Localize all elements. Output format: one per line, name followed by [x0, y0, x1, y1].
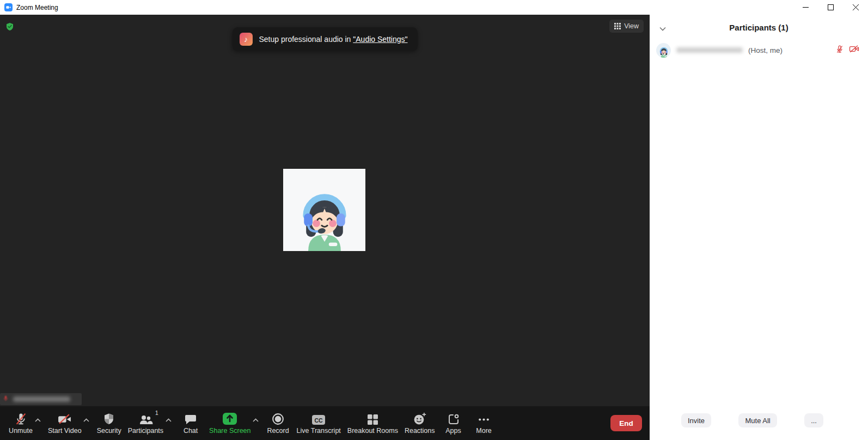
breakout-rooms-button[interactable]: Breakout Rooms	[347, 412, 398, 435]
host-suffix-label: (Host, me)	[748, 46, 783, 54]
cc-icon: CC	[311, 412, 326, 426]
microphone-muted-red-icon	[2, 394, 9, 404]
start-video-button[interactable]: Start Video	[48, 412, 82, 435]
apps-button[interactable]: Apps	[442, 412, 466, 435]
camera-off-icon	[57, 412, 72, 426]
view-button-label: View	[624, 22, 639, 30]
participant-avatar	[656, 43, 671, 58]
apps-label: Apps	[445, 427, 461, 435]
zoom-app-icon	[4, 3, 13, 11]
reactions-button[interactable]: Reactions	[405, 412, 435, 435]
chevron-up-icon[interactable]	[163, 409, 173, 431]
live-transcript-label: Live Transcript	[297, 427, 341, 435]
zoom-meeting-window: Zoom Meeting	[0, 0, 868, 440]
mute-all-button[interactable]: Mute All	[738, 413, 777, 427]
more-button[interactable]: More	[472, 412, 496, 435]
chevron-down-icon[interactable]	[659, 23, 666, 33]
participants-count-badge: 1	[155, 410, 158, 416]
meeting-toolbar: Unmute Start Video	[0, 406, 650, 440]
reactions-label: Reactions	[405, 427, 435, 435]
participants-panel-footer: Invite Mute All ...	[650, 413, 868, 440]
participants-button[interactable]: 1 Participants	[128, 412, 163, 435]
window-title: Zoom Meeting	[16, 4, 58, 11]
maximize-icon[interactable]	[818, 0, 843, 15]
share-screen-label: Share Screen	[209, 427, 250, 435]
chat-label: Chat	[184, 427, 198, 435]
apps-icon	[447, 412, 460, 426]
chat-bubble-icon	[184, 412, 197, 426]
close-icon[interactable]	[843, 0, 868, 15]
record-icon	[271, 412, 285, 426]
smiley-plus-icon	[413, 412, 426, 426]
redacted-participant-name	[676, 47, 743, 53]
start-video-label: Start Video	[48, 427, 82, 435]
participants-list-area	[650, 60, 868, 413]
minimize-icon[interactable]	[793, 0, 818, 15]
participants-panel-header: Participants (1)	[650, 15, 868, 40]
invite-button[interactable]: Invite	[681, 413, 711, 427]
live-transcript-button[interactable]: CC Live Transcript	[297, 412, 341, 435]
record-label: Record	[267, 427, 289, 435]
chevron-up-icon[interactable]	[82, 409, 91, 431]
more-label: More	[476, 427, 491, 435]
participants-label: Participants	[128, 427, 163, 435]
unmute-label: Unmute	[9, 427, 33, 435]
panel-more-button[interactable]: ...	[804, 413, 823, 427]
microphone-muted-red-icon	[835, 45, 844, 56]
grid-2x2-icon	[366, 412, 379, 426]
breakout-rooms-label: Breakout Rooms	[347, 427, 398, 435]
svg-text:CC: CC	[315, 417, 323, 424]
unmute-button[interactable]: Unmute	[9, 412, 33, 435]
audio-settings-link[interactable]: "Audio Settings"	[353, 35, 407, 44]
avatar	[289, 180, 360, 251]
grid-3x3-icon	[614, 23, 621, 29]
titlebar: Zoom Meeting	[0, 0, 868, 15]
security-button[interactable]: Security	[97, 412, 121, 435]
ellipsis-icon	[477, 412, 491, 426]
view-button[interactable]: View	[609, 20, 644, 33]
people-icon: 1	[138, 412, 153, 426]
music-note-icon: ♪	[239, 33, 252, 46]
camera-off-red-icon	[849, 45, 859, 56]
participants-panel-title: Participants (1)	[650, 23, 868, 32]
chat-button[interactable]: Chat	[179, 412, 203, 435]
shield-icon	[102, 412, 115, 426]
redacted-participant-name	[13, 396, 70, 402]
record-button[interactable]: Record	[266, 412, 290, 435]
participant-row[interactable]: (Host, me)	[650, 40, 868, 60]
meeting-stage: View ♪ Setup professional audio in "Audi…	[0, 15, 650, 406]
shield-check-icon	[5, 22, 14, 33]
share-screen-icon	[222, 412, 238, 426]
share-screen-button[interactable]: Share Screen	[209, 412, 250, 435]
microphone-muted-icon	[14, 412, 28, 426]
participant-nameplate	[0, 393, 82, 405]
end-meeting-button[interactable]: End	[610, 415, 642, 431]
chevron-up-icon[interactable]	[33, 409, 42, 431]
security-label: Security	[97, 427, 121, 435]
participant-video-tile	[283, 169, 365, 251]
toast-text: Setup professional audio in "Audio Setti…	[259, 35, 407, 44]
participants-panel: Participants (1) (Host, me)	[650, 15, 868, 440]
chevron-up-icon[interactable]	[251, 409, 261, 431]
audio-settings-toast: ♪ Setup professional audio in "Audio Set…	[232, 27, 417, 51]
